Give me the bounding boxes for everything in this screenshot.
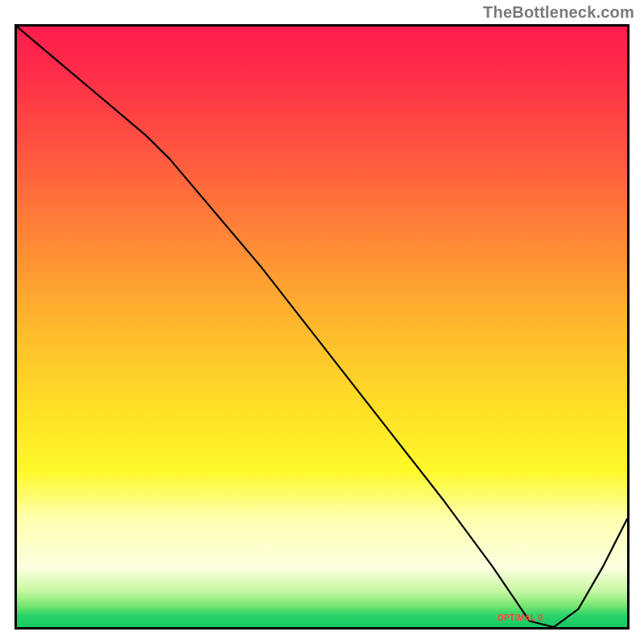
bottleneck-curve [17,27,627,627]
optimal-annotation: OPTIMAL 0 [497,613,543,622]
attribution-text: TheBottleneck.com [483,3,634,22]
plot-area: OPTIMAL 0 [14,24,630,630]
chart-container: TheBottleneck.com OPTIMAL 0 [0,0,644,644]
